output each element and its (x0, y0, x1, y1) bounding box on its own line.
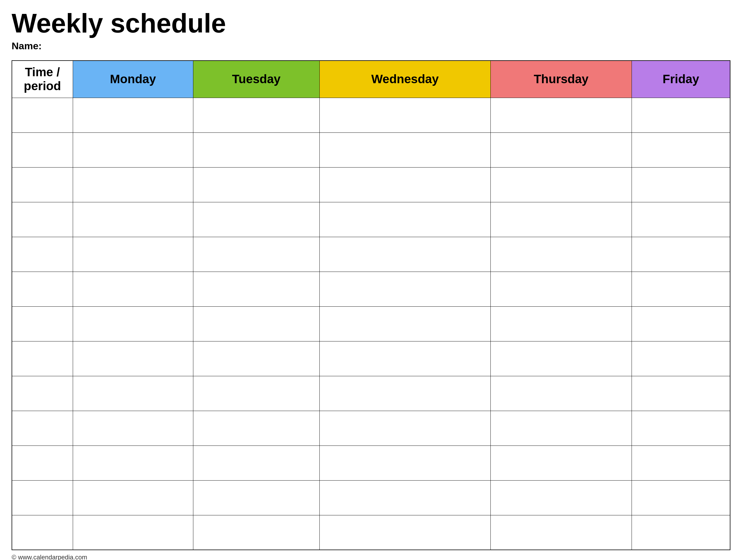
day-cell[interactable] (193, 98, 319, 133)
day-cell[interactable] (490, 202, 632, 237)
day-cell[interactable] (632, 202, 730, 237)
schedule-table: Time / period Monday Tuesday Wednesday T… (12, 60, 730, 550)
time-cell[interactable] (12, 271, 73, 306)
time-cell[interactable] (12, 306, 73, 341)
day-cell[interactable] (73, 202, 193, 237)
day-cell[interactable] (319, 341, 490, 376)
name-label: Name: (12, 40, 730, 52)
day-cell[interactable] (632, 237, 730, 271)
header-time: Time / period (12, 61, 73, 98)
table-row[interactable] (12, 306, 730, 341)
day-cell[interactable] (319, 167, 490, 202)
day-cell[interactable] (73, 515, 193, 550)
day-cell[interactable] (319, 376, 490, 411)
day-cell[interactable] (490, 237, 632, 271)
day-cell[interactable] (319, 237, 490, 271)
day-cell[interactable] (632, 133, 730, 167)
day-cell[interactable] (319, 271, 490, 306)
time-cell[interactable] (12, 376, 73, 411)
day-cell[interactable] (490, 341, 632, 376)
time-cell[interactable] (12, 202, 73, 237)
day-cell[interactable] (73, 271, 193, 306)
day-cell[interactable] (193, 271, 319, 306)
day-cell[interactable] (73, 411, 193, 446)
day-cell[interactable] (193, 202, 319, 237)
day-cell[interactable] (490, 306, 632, 341)
table-row[interactable] (12, 446, 730, 480)
time-cell[interactable] (12, 341, 73, 376)
table-row[interactable] (12, 271, 730, 306)
day-cell[interactable] (193, 446, 319, 480)
day-cell[interactable] (73, 480, 193, 515)
day-cell[interactable] (632, 376, 730, 411)
day-cell[interactable] (632, 306, 730, 341)
day-cell[interactable] (319, 446, 490, 480)
day-cell[interactable] (632, 167, 730, 202)
day-cell[interactable] (632, 411, 730, 446)
day-cell[interactable] (193, 237, 319, 271)
time-cell[interactable] (12, 411, 73, 446)
day-cell[interactable] (73, 376, 193, 411)
day-cell[interactable] (632, 271, 730, 306)
day-cell[interactable] (193, 376, 319, 411)
header-monday: Monday (73, 61, 193, 98)
footer-text: © www.calendarpedia.com (12, 554, 730, 560)
day-cell[interactable] (319, 515, 490, 550)
header-tuesday: Tuesday (193, 61, 319, 98)
table-row[interactable] (12, 411, 730, 446)
time-cell[interactable] (12, 480, 73, 515)
table-row[interactable] (12, 98, 730, 133)
time-cell[interactable] (12, 237, 73, 271)
table-row[interactable] (12, 237, 730, 271)
day-cell[interactable] (490, 167, 632, 202)
day-cell[interactable] (193, 411, 319, 446)
table-row[interactable] (12, 167, 730, 202)
day-cell[interactable] (319, 480, 490, 515)
day-cell[interactable] (319, 98, 490, 133)
day-cell[interactable] (490, 446, 632, 480)
table-row[interactable] (12, 376, 730, 411)
day-cell[interactable] (490, 411, 632, 446)
day-cell[interactable] (490, 271, 632, 306)
day-cell[interactable] (632, 341, 730, 376)
day-cell[interactable] (632, 515, 730, 550)
day-cell[interactable] (73, 341, 193, 376)
day-cell[interactable] (490, 133, 632, 167)
table-row[interactable] (12, 341, 730, 376)
time-cell[interactable] (12, 515, 73, 550)
table-row[interactable] (12, 515, 730, 550)
day-cell[interactable] (193, 306, 319, 341)
day-cell[interactable] (319, 133, 490, 167)
day-cell[interactable] (193, 133, 319, 167)
time-cell[interactable] (12, 446, 73, 480)
day-cell[interactable] (490, 480, 632, 515)
table-row[interactable] (12, 480, 730, 515)
day-cell[interactable] (73, 98, 193, 133)
table-row[interactable] (12, 133, 730, 167)
time-cell[interactable] (12, 133, 73, 167)
day-cell[interactable] (193, 167, 319, 202)
header-wednesday: Wednesday (319, 61, 490, 98)
day-cell[interactable] (73, 446, 193, 480)
day-cell[interactable] (73, 237, 193, 271)
day-cell[interactable] (193, 515, 319, 550)
day-cell[interactable] (319, 411, 490, 446)
day-cell[interactable] (490, 515, 632, 550)
day-cell[interactable] (319, 202, 490, 237)
time-cell[interactable] (12, 167, 73, 202)
time-cell[interactable] (12, 98, 73, 133)
day-cell[interactable] (632, 446, 730, 480)
day-cell[interactable] (73, 167, 193, 202)
day-cell[interactable] (632, 480, 730, 515)
table-row[interactable] (12, 202, 730, 237)
day-cell[interactable] (490, 376, 632, 411)
day-cell[interactable] (193, 480, 319, 515)
day-cell[interactable] (632, 98, 730, 133)
page-title: Weekly schedule (12, 9, 730, 38)
day-cell[interactable] (193, 341, 319, 376)
day-cell[interactable] (73, 306, 193, 341)
day-cell[interactable] (73, 133, 193, 167)
header-thursday: Thursday (490, 61, 632, 98)
day-cell[interactable] (319, 306, 490, 341)
day-cell[interactable] (490, 98, 632, 133)
